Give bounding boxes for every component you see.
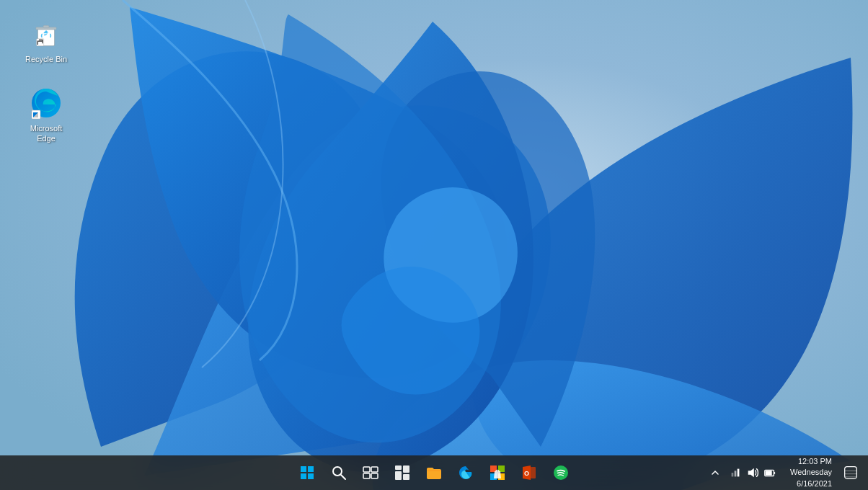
svg-rect-12: [308, 473, 314, 479]
notification-button[interactable]: [839, 461, 862, 484]
search-icon: [330, 464, 347, 481]
svg-rect-11: [301, 473, 306, 479]
network-icon: [729, 466, 742, 479]
edge-taskbar-icon: [457, 464, 474, 481]
start-button[interactable]: [293, 458, 322, 487]
clock-time: 12:03 PM: [798, 456, 832, 467]
svg-rect-34: [774, 472, 776, 474]
office-button[interactable]: O: [515, 458, 544, 487]
svg-text:O: O: [524, 470, 529, 477]
svg-line-14: [341, 475, 345, 479]
taskbar: O: [0, 455, 868, 490]
spotify-icon: [552, 464, 570, 481]
edge-taskbar-button[interactable]: [451, 458, 480, 487]
svg-rect-9: [301, 466, 306, 472]
svg-rect-30: [732, 473, 734, 476]
widgets-icon: [394, 464, 411, 481]
svg-rect-10: [308, 466, 314, 472]
wallpaper: [0, 0, 868, 490]
recycle-bin-icon[interactable]: Recycle Bin: [17, 14, 75, 67]
search-button[interactable]: [324, 458, 353, 487]
svg-rect-35: [766, 471, 772, 475]
spotify-button[interactable]: [546, 458, 575, 487]
svg-rect-16: [371, 467, 378, 472]
widgets-button[interactable]: [388, 458, 417, 487]
svg-rect-15: [363, 467, 370, 472]
edge-graphic: [29, 86, 63, 120]
file-explorer-button[interactable]: [420, 458, 448, 487]
svg-rect-18: [371, 473, 378, 478]
network-tray-icon[interactable]: [728, 466, 743, 480]
notification-icon: [843, 466, 858, 480]
office-icon: O: [521, 464, 538, 481]
volume-tray-icon[interactable]: [745, 466, 760, 480]
taskbar-center: O: [293, 458, 575, 487]
recycle-bin-label: Recycle Bin: [25, 54, 67, 64]
system-tray: [722, 455, 783, 490]
svg-rect-21: [395, 471, 402, 480]
desktop: Recycle Bin: [0, 0, 868, 490]
svg-point-13: [333, 467, 342, 476]
svg-rect-32: [738, 469, 740, 477]
store-button[interactable]: [483, 458, 512, 487]
task-view-icon: [362, 464, 379, 481]
volume-icon: [746, 466, 759, 479]
file-explorer-icon: [425, 464, 443, 481]
battery-tray-icon[interactable]: [763, 466, 777, 480]
svg-rect-31: [735, 471, 737, 476]
show-hidden-icons-button[interactable]: [709, 461, 721, 484]
clock[interactable]: 12:03 PM Wednesday 6/16/2021: [784, 455, 838, 490]
svg-rect-20: [403, 466, 409, 473]
clock-day: Wednesday: [790, 467, 832, 478]
svg-rect-3: [43, 25, 49, 27]
task-view-button[interactable]: [356, 458, 385, 487]
start-icon: [298, 464, 316, 481]
svg-rect-17: [363, 473, 370, 478]
battery-icon: [763, 466, 776, 479]
clock-date: 6/16/2021: [797, 478, 832, 489]
microsoft-edge-icon[interactable]: MicrosoftEdge: [17, 83, 75, 147]
svg-rect-22: [403, 474, 409, 480]
microsoft-edge-label: MicrosoftEdge: [30, 123, 63, 144]
svg-rect-19: [395, 466, 402, 470]
recycle-bin-graphic: [32, 19, 61, 48]
chevron-up-icon: [711, 468, 719, 477]
taskbar-right: 12:03 PM Wednesday 6/16/2021: [709, 455, 868, 490]
svg-rect-27: [531, 467, 536, 478]
store-icon: [489, 464, 506, 481]
